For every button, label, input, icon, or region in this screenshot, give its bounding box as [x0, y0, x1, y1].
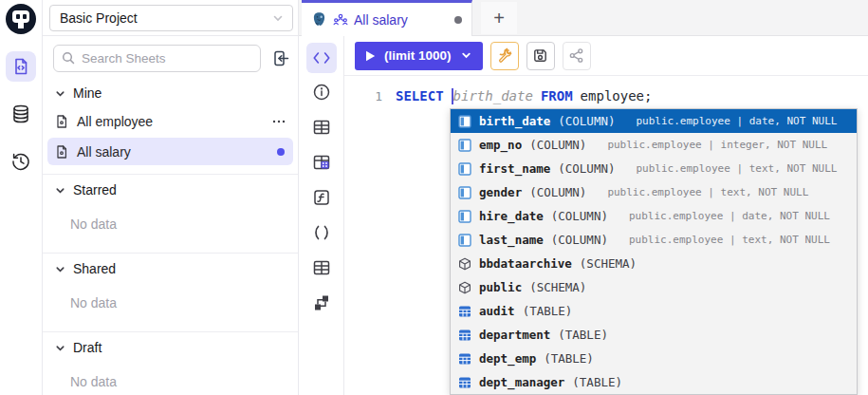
- chevron-down-icon: [54, 184, 66, 197]
- rail-item-worksheets[interactable]: [6, 51, 36, 82]
- table-icon: [458, 305, 471, 318]
- admin-wrench-button[interactable]: [490, 42, 519, 70]
- bytebase-logo[interactable]: [6, 4, 36, 34]
- column-icon: [458, 210, 471, 223]
- import-icon: [271, 49, 289, 67]
- editor-content: (limit 1000): [299, 36, 868, 395]
- run-options-chevron-icon[interactable]: [460, 49, 472, 62]
- tree-group-shared[interactable]: Shared: [43, 254, 298, 283]
- inline-suggestion-text: birth_date: [453, 87, 533, 105]
- sql-editor-app: Basic Project: [0, 0, 868, 395]
- sheet-item-all-employee[interactable]: All employee: [43, 107, 298, 136]
- column-icon: [458, 186, 471, 199]
- column-icon: [458, 139, 471, 152]
- sql-keyword-from: FROM: [541, 87, 573, 105]
- parameters-panel-button[interactable]: [311, 216, 332, 249]
- tab-all-salary[interactable]: All salary: [302, 0, 472, 36]
- project-select-value: Basic Project: [60, 10, 138, 26]
- autocomplete-item[interactable]: first_name (COLUMN) public.employee | te…: [451, 157, 857, 180]
- search-sheets-input[interactable]: [53, 45, 261, 72]
- chevron-down-icon: [54, 263, 66, 275]
- tree-group-draft[interactable]: Draft: [43, 332, 298, 362]
- run-query-button[interactable]: (limit 1000): [355, 42, 483, 70]
- info-panel-button[interactable]: [311, 75, 332, 108]
- group-label: Shared: [73, 261, 116, 276]
- group-label: Starred: [73, 182, 117, 198]
- shared-empty-text: No data: [43, 283, 298, 323]
- autocomplete-item[interactable]: last_name (COLUMN) public.employee | tex…: [451, 228, 857, 252]
- schema-icon: [458, 257, 471, 271]
- code-panel-button[interactable]: [306, 43, 337, 73]
- table-icon: [458, 329, 471, 342]
- database-icon: [10, 103, 31, 124]
- column-icon: [458, 115, 471, 128]
- column-icon: [458, 162, 471, 176]
- tree-group-starred[interactable]: Starred: [43, 175, 298, 204]
- sheet-item-label: All employee: [77, 114, 153, 129]
- sql-editor[interactable]: 1 SELECT birth_date FROM employee;: [344, 76, 868, 105]
- project-select[interactable]: Basic Project: [49, 5, 293, 31]
- draft-empty-text: No data: [43, 362, 298, 395]
- tab-bar: All salary +: [299, 0, 868, 36]
- tree-group-mine[interactable]: Mine: [43, 78, 298, 107]
- import-sheet-button[interactable]: [268, 47, 292, 71]
- editor-icon-strip: [299, 36, 344, 395]
- main-area: All salary +: [299, 0, 868, 395]
- rail-item-databases[interactable]: [6, 99, 36, 129]
- autocomplete-item[interactable]: public (SCHEMA): [451, 275, 857, 299]
- autocomplete-item[interactable]: emp_no (COLUMN) public.employee | intege…: [451, 133, 857, 157]
- table-icon: [458, 376, 471, 389]
- table-icon: [458, 352, 471, 366]
- sheet-item-all-salary[interactable]: All salary: [47, 138, 293, 165]
- autocomplete-item[interactable]: gender (COLUMN) public.employee | text, …: [451, 180, 857, 204]
- autocomplete-item[interactable]: dept_manager (TABLE): [451, 370, 857, 394]
- sql-keyword-select: SELECT: [396, 87, 444, 105]
- column-icon: [458, 234, 471, 247]
- sheet-tree: Mine All employee: [43, 78, 298, 395]
- autocomplete-item[interactable]: birth_date (COLUMN) public.employee | da…: [451, 109, 857, 133]
- share-icon: [568, 47, 584, 64]
- code-line-1: 1 SELECT birth_date FROM employee;: [344, 87, 868, 105]
- more-horizontal-icon[interactable]: [271, 114, 286, 129]
- sheet-code-icon: [11, 57, 30, 76]
- rail-item-history[interactable]: [6, 146, 36, 177]
- editor-toolbar: (limit 1000): [344, 36, 868, 76]
- run-limit-label: (limit 1000): [384, 48, 452, 63]
- sheets-panel: Basic Project: [43, 0, 299, 395]
- share-sheet-button[interactable]: [563, 42, 591, 70]
- tables-panel-button[interactable]: [311, 110, 332, 143]
- sheet-file-icon: [54, 114, 69, 129]
- save-floppy-icon: [532, 47, 548, 64]
- shared-users-icon: [333, 12, 348, 28]
- autocomplete-item[interactable]: dept_emp (TABLE): [451, 347, 857, 370]
- save-sheet-button[interactable]: [526, 42, 555, 70]
- unsaved-dot-indicator: [277, 148, 285, 156]
- postgresql-icon: [311, 11, 327, 28]
- autocomplete-item[interactable]: audit (TABLE): [451, 299, 857, 323]
- autocomplete-item[interactable]: department (TABLE): [451, 323, 857, 347]
- project-row: Basic Project: [43, 0, 298, 36]
- chevron-down-icon: [54, 87, 66, 100]
- chevron-down-icon: [271, 11, 285, 25]
- autocomplete-item[interactable]: bbdataarchive (SCHEMA): [451, 252, 857, 275]
- line-number: 1: [344, 87, 396, 105]
- views-panel-button[interactable]: [311, 251, 332, 284]
- group-label: Mine: [73, 85, 102, 101]
- sample-data-panel-button[interactable]: [311, 145, 332, 179]
- sql-text-tail: employee;: [581, 87, 653, 105]
- sheet-item-label: All salary: [77, 144, 131, 160]
- chevron-down-icon: [54, 342, 66, 354]
- search-icon: [61, 50, 76, 66]
- search-row: [43, 36, 298, 78]
- left-rail: [0, 0, 43, 395]
- tab-dirty-dot: [454, 16, 462, 24]
- history-clock-icon: [10, 151, 31, 172]
- starred-empty-text: No data: [43, 204, 298, 244]
- sheet-file-icon: [54, 144, 69, 160]
- autocomplete-item[interactable]: hire_date (COLUMN) public.employee | dat…: [451, 204, 857, 228]
- new-tab-button[interactable]: +: [481, 2, 517, 34]
- editor-column: (limit 1000): [344, 36, 868, 395]
- schema-diagram-panel-button[interactable]: [311, 286, 332, 319]
- play-icon: [365, 50, 376, 62]
- functions-panel-button[interactable]: [311, 180, 332, 214]
